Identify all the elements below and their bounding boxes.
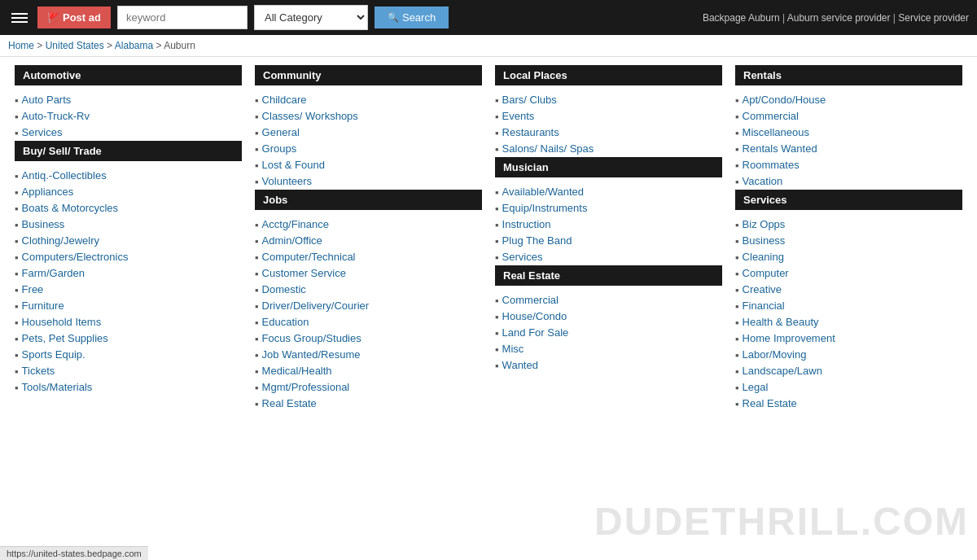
category-link[interactable]: Apt/Condo/House: [743, 94, 826, 106]
list-item: Sports Equip.: [15, 347, 242, 363]
category-link[interactable]: Real Estate: [262, 397, 317, 409]
category-link[interactable]: Commercial: [502, 294, 559, 306]
category-link[interactable]: Creative: [743, 283, 782, 295]
category-link[interactable]: Classes/ Workshops: [262, 110, 358, 122]
category-link[interactable]: Boats & Motorcycles: [22, 202, 119, 214]
category-link[interactable]: Medical/Health: [262, 365, 332, 377]
list-item: Rentals Wanted: [735, 141, 962, 157]
list-item: Plug The Band: [495, 233, 722, 249]
list-item: Health & Beauty: [735, 314, 962, 330]
category-link[interactable]: Admin/Office: [262, 234, 322, 247]
category-link[interactable]: Services: [22, 126, 63, 138]
category-link[interactable]: Volunteers: [262, 175, 312, 187]
category-link[interactable]: Domestic: [262, 283, 306, 295]
category-link[interactable]: Vacation: [743, 175, 783, 187]
category-link[interactable]: Household Items: [22, 316, 102, 328]
category-link[interactable]: Customer Service: [262, 267, 346, 279]
header: Post ad All Category Search Backpage Aub…: [0, 0, 977, 35]
category-link[interactable]: Mgmt/Professional: [262, 381, 350, 393]
category-link[interactable]: Business: [22, 218, 65, 230]
list-item: Creative: [735, 282, 962, 298]
category-link[interactable]: Auto-Truck-Rv: [22, 110, 90, 122]
category-link[interactable]: Cleaning: [743, 251, 784, 263]
category-link[interactable]: Miscellaneous: [743, 126, 809, 138]
category-link[interactable]: Health & Beauty: [743, 316, 819, 328]
category-link[interactable]: Farm/Garden: [22, 267, 85, 279]
category-link[interactable]: Childcare: [262, 94, 307, 106]
service-provider-link[interactable]: Service provider: [898, 12, 969, 24]
section-buy-sell-trade: Buy/ Sell/ TradeAntiq.-CollectiblesAppli…: [15, 141, 242, 396]
category-link[interactable]: Sports Equip.: [22, 348, 85, 361]
category-link[interactable]: Plug The Band: [502, 234, 572, 247]
search-input[interactable]: [117, 6, 248, 29]
category-link[interactable]: Rentals Wanted: [743, 142, 817, 155]
category-link[interactable]: Biz Opps: [743, 218, 786, 230]
menu-icon[interactable]: [8, 10, 31, 26]
category-link[interactable]: Financial: [743, 300, 785, 312]
category-link[interactable]: Education: [262, 316, 309, 328]
category-link[interactable]: Business: [743, 234, 786, 247]
post-ad-button[interactable]: Post ad: [37, 7, 111, 28]
list-item: Computer/Technical: [255, 249, 482, 265]
category-link[interactable]: Job Wanted/Resume: [262, 348, 361, 361]
category-link[interactable]: Services: [502, 251, 543, 263]
category-link[interactable]: Auto Parts: [22, 94, 72, 106]
category-list-jobs: Acctg/FinanceAdmin/OfficeComputer/Techni…: [255, 217, 482, 412]
category-link[interactable]: Land For Sale: [502, 326, 569, 339]
category-link[interactable]: Landscape/Lawn: [743, 365, 822, 377]
category-link[interactable]: Pets, Pet Supplies: [22, 332, 108, 344]
category-list-local-places: Bars/ ClubsEventsRestaurantsSalons/ Nail…: [495, 92, 722, 157]
category-link[interactable]: General: [262, 126, 300, 138]
list-item: Bars/ Clubs: [495, 92, 722, 108]
breadcrumb-united-states[interactable]: United States: [46, 40, 104, 51]
category-select[interactable]: All Category: [254, 5, 368, 30]
category-link[interactable]: Tools/Materials: [22, 381, 93, 393]
category-link[interactable]: Computer: [743, 267, 789, 279]
category-link[interactable]: Events: [502, 110, 535, 122]
breadcrumb-alabama[interactable]: Alabama: [115, 40, 153, 51]
list-item: Salons/ Nails/ Spas: [495, 141, 722, 157]
list-item: Misc: [495, 341, 722, 357]
auburn-service-link[interactable]: Auburn service provider: [787, 12, 891, 24]
category-link[interactable]: Furniture: [22, 300, 64, 312]
category-link[interactable]: Instruction: [502, 218, 551, 230]
category-link[interactable]: Legal: [743, 381, 769, 393]
category-list-community: ChildcareClasses/ WorkshopsGeneralGroups…: [255, 92, 482, 190]
category-link[interactable]: Antiq.-Collectibles: [22, 169, 107, 182]
category-link[interactable]: Computers/Electronics: [22, 251, 129, 263]
list-item: Household Items: [15, 314, 242, 330]
category-link[interactable]: House/Condo: [502, 310, 567, 322]
category-link[interactable]: Wanted: [502, 359, 538, 371]
category-link[interactable]: Computer/Technical: [262, 251, 356, 263]
category-link[interactable]: Equip/Instruments: [502, 202, 588, 214]
list-item: Classes/ Workshops: [255, 108, 482, 125]
category-link[interactable]: Clothing/Jewelry: [22, 234, 99, 247]
category-link[interactable]: Focus Group/Studies: [262, 332, 361, 344]
category-link[interactable]: Lost & Found: [262, 159, 325, 171]
list-item: Apt/Condo/House: [735, 92, 962, 108]
backpage-auburn-link[interactable]: Backpage Auburn: [703, 12, 780, 24]
category-link[interactable]: Salons/ Nails/ Spas: [502, 142, 594, 155]
category-link[interactable]: Bars/ Clubs: [502, 94, 557, 106]
list-item: Driver/Delivery/Courier: [255, 298, 482, 314]
category-link[interactable]: Appliances: [22, 186, 74, 198]
category-link[interactable]: Misc: [502, 343, 524, 355]
category-link[interactable]: Restaurants: [502, 126, 559, 138]
search-button[interactable]: Search: [375, 7, 449, 28]
category-link[interactable]: Home Improvement: [743, 332, 835, 344]
list-item: Acctg/Finance: [255, 217, 482, 233]
category-link[interactable]: Driver/Delivery/Courier: [262, 300, 369, 312]
category-link[interactable]: Roommates: [743, 159, 800, 171]
category-link[interactable]: Labor/Moving: [743, 348, 807, 361]
section-header-real-estate: Real Estate: [495, 265, 722, 286]
category-link[interactable]: Groups: [262, 142, 297, 155]
category-link[interactable]: Tickets: [22, 365, 55, 377]
category-link[interactable]: Commercial: [743, 110, 799, 122]
list-item: Real Estate: [255, 396, 482, 412]
breadcrumb-home[interactable]: Home: [8, 40, 34, 51]
section-jobs: JobsAcctg/FinanceAdmin/OfficeComputer/Te…: [255, 190, 482, 412]
category-link[interactable]: Real Estate: [743, 397, 797, 409]
category-link[interactable]: Available/Wanted: [502, 186, 584, 198]
category-link[interactable]: Acctg/Finance: [262, 218, 329, 230]
category-link[interactable]: Free: [22, 283, 44, 295]
